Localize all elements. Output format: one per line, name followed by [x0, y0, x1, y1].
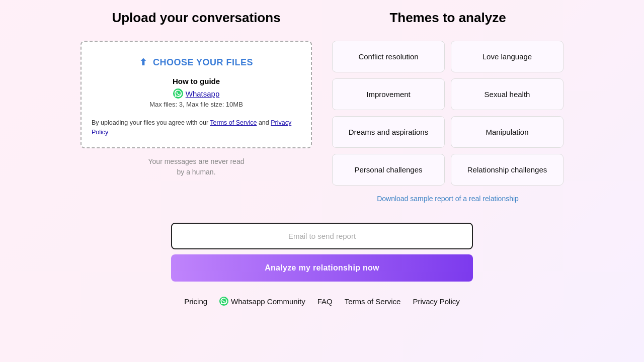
theme-item-sexual-health[interactable]: Sexual health [451, 78, 564, 110]
themes-title: Themes to analyze [332, 10, 564, 26]
whatsapp-icon [173, 88, 183, 99]
footer-link-faq[interactable]: FAQ [317, 297, 333, 306]
theme-item-personal-challenges[interactable]: Personal challenges [332, 154, 445, 186]
footer-whatsapp-wrapper: Whatsapp Community [219, 297, 305, 306]
theme-item-conflict-resolution[interactable]: Conflict resolution [332, 41, 445, 72]
footer-link-privacy[interactable]: Privacy Policy [413, 297, 459, 306]
cta-section: Analyze my relationship now [161, 223, 483, 282]
themes-grid: Conflict resolutionLove languageImprovem… [332, 41, 564, 186]
theme-item-dreams-aspirations[interactable]: Dreams and aspirations [332, 116, 445, 148]
analyze-button[interactable]: Analyze my relationship now [171, 254, 473, 282]
email-input[interactable] [171, 223, 473, 249]
terms-of-service-link[interactable]: Terms of Service [210, 119, 257, 126]
footer-link-pricing[interactable]: Pricing [184, 297, 207, 306]
theme-item-love-language[interactable]: Love language [451, 41, 564, 72]
how-to-guide-label: How to guide [92, 77, 301, 85]
footer-link-whatsapp-community[interactable]: Whatsapp Community [219, 297, 305, 306]
upload-panel: Upload your conversations ⬆ CHOOSE YOUR … [70, 10, 322, 203]
whatsapp-link[interactable]: Whatsapp [92, 88, 301, 99]
terms-text: By uploading your files you agree with o… [92, 118, 301, 137]
upload-title: Upload your conversations [80, 10, 312, 26]
theme-item-relationship-challenges[interactable]: Relationship challenges [451, 154, 564, 186]
choose-files-link[interactable]: ⬆ CHOOSE YOUR FILES [92, 57, 301, 68]
theme-item-improvement[interactable]: Improvement [332, 78, 445, 110]
upload-icon: ⬆ [139, 57, 147, 67]
privacy-notice: Your messages are never read by a human. [80, 156, 312, 177]
max-files-text: Max files: 3, Max file size: 10MB [92, 101, 301, 108]
footer: PricingWhatsapp CommunityFAQTerms of Ser… [68, 282, 576, 316]
upload-dropzone[interactable]: ⬆ CHOOSE YOUR FILES How to guide Whatsap… [80, 41, 312, 148]
themes-panel: Themes to analyze Conflict resolutionLov… [322, 10, 574, 203]
theme-item-manipulation[interactable]: Manipulation [451, 116, 564, 148]
footer-link-terms[interactable]: Terms of Service [345, 297, 401, 306]
download-sample-link[interactable]: Download sample report of a real relatio… [332, 195, 564, 203]
